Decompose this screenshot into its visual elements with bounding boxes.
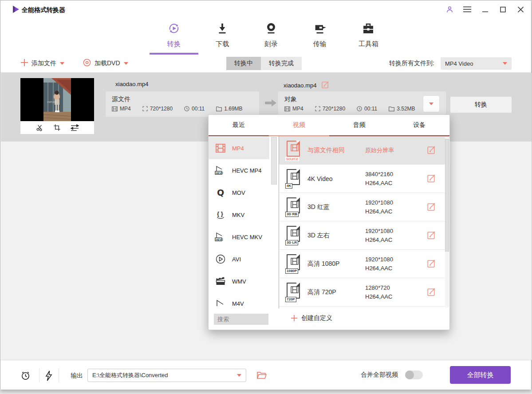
avi-play-circle-icon <box>214 254 227 264</box>
tab-download[interactable]: 下载 <box>198 22 247 48</box>
output-path-select[interactable]: E:\全能格式转换器\Converted <box>87 369 246 382</box>
720p-badge-icon: 720P <box>285 283 301 302</box>
preset-4k[interactable]: 4K 4K Video 3840*2160H264,AAC <box>279 165 450 193</box>
source-label: 源文件 <box>112 95 130 103</box>
format-item-mov[interactable]: Q MOV <box>209 181 269 204</box>
format-list-scrollbar[interactable] <box>269 137 279 308</box>
preset-codec: H264,AAC <box>365 180 392 186</box>
edit-preset-icon[interactable] <box>427 288 436 298</box>
preset-name: 高清 720P <box>307 288 365 296</box>
plus-icon <box>291 315 297 321</box>
scrollbar-thumb[interactable] <box>445 139 449 252</box>
preset-resolution: 1280*720 <box>365 284 390 291</box>
target-duration: 00:11 <box>364 106 377 112</box>
rename-edit-icon[interactable] <box>322 81 329 90</box>
search-input[interactable] <box>214 314 268 325</box>
target-format: MP4 <box>292 106 303 112</box>
content-area: VSPC9% xiaodao.mp4 源文件 <box>1 73 532 360</box>
preset-hd-720p[interactable]: 720P 高清 720P 1280*720H264,AAC <box>279 278 450 307</box>
preset-resolution: 1920*1080 <box>365 228 393 234</box>
add-file-button[interactable]: 添加文件 <box>21 55 64 72</box>
preset-3d-leftright[interactable]: 3D LR 3D 左右 1920*1080H264,AAC <box>279 221 450 250</box>
format-item-m4v[interactable]: M4V <box>209 292 269 308</box>
tab-transfer-label: 传输 <box>313 40 327 48</box>
format-item-avi[interactable]: AVI <box>209 248 269 270</box>
preset-resolution: 1920*1080 <box>365 256 393 263</box>
edit-preset-icon[interactable] <box>427 146 436 156</box>
preset-name: 高清 1080P <box>307 260 365 268</box>
popup-tab-video[interactable]: 视频 <box>269 115 329 136</box>
output-path-caret-icon <box>237 374 241 377</box>
account-icon[interactable] <box>445 5 454 14</box>
load-dvd-label: 加载DVD <box>95 59 120 67</box>
burn-disc-icon <box>264 22 278 37</box>
format-dropdown-button[interactable] <box>423 95 440 112</box>
format-item-mkv[interactable]: { } MKV <box>209 204 269 226</box>
format-label: AVI <box>232 256 241 263</box>
preset-list-scrollbar[interactable] <box>445 137 449 307</box>
popup-tab-audio[interactable]: 音频 <box>329 115 390 135</box>
download-icon <box>216 22 229 37</box>
target-size: 3.52MB <box>397 106 415 112</box>
open-folder-icon[interactable] <box>257 371 267 381</box>
format-item-hevc-mp4[interactable]: HEVC HEVC MP4 <box>209 159 269 181</box>
convert-file-button[interactable]: 转换 <box>450 96 512 113</box>
effects-sliders-icon[interactable] <box>71 124 79 131</box>
minimize-icon[interactable] <box>481 5 489 14</box>
preset-hd-1080p[interactable]: 1080P 高清 1080P 1920*1080H264,AAC <box>279 250 450 278</box>
format-label: HEVC MP4 <box>232 167 261 174</box>
format-item-mp4[interactable]: MP4 <box>209 137 269 159</box>
size-folder-icon <box>389 106 394 111</box>
format-item-wmv[interactable]: WMV <box>209 270 269 292</box>
edit-preset-icon[interactable] <box>427 259 436 269</box>
maximize-icon[interactable] <box>498 5 507 14</box>
convert-all-to-label: 转换所有文件到: <box>389 59 434 67</box>
preset-resolution: 1920*1080 <box>365 199 393 206</box>
create-custom-button[interactable]: 创建自定义 <box>291 314 332 322</box>
output-format-select[interactable]: MP4 Video <box>441 57 512 70</box>
preset-codec: H264,AAC <box>365 265 392 272</box>
high-speed-icon[interactable] <box>45 370 53 383</box>
preset-detail: 原始分辨率 <box>365 146 418 155</box>
target-label: 对象 <box>284 95 297 103</box>
tab-convert[interactable]: 转换 <box>150 22 198 48</box>
edit-preset-icon[interactable] <box>427 231 436 241</box>
scrollbar-thumb[interactable] <box>271 137 277 185</box>
1080p-badge-icon: 1080P <box>285 254 301 274</box>
menu-icon[interactable] <box>463 5 472 14</box>
preset-same-as-source[interactable]: source 与源文件相同 原始分辨率 <box>279 136 450 165</box>
resolution-icon <box>142 106 148 111</box>
tab-converting[interactable]: 转换中 <box>226 57 261 70</box>
merge-toggle[interactable] <box>405 370 423 379</box>
trim-scissors-icon[interactable] <box>36 124 43 131</box>
tab-converted[interactable]: 转换完成 <box>261 57 302 70</box>
preset-3d-redblue[interactable]: 3D RB 3D 红蓝 1920*1080H264,AAC <box>279 193 450 221</box>
tab-toolbox[interactable]: 工具箱 <box>344 22 393 48</box>
edit-preset-icon[interactable] <box>427 174 436 184</box>
output-path-value: E:\全能格式转换器\Converted <box>92 371 168 379</box>
preset-name: 与源文件相同 <box>307 146 365 154</box>
video-thumbnail[interactable]: VSPC9% <box>20 78 94 134</box>
source-badge-icon: source <box>285 141 301 160</box>
format-label: MP4 <box>232 145 244 152</box>
toolbar: 添加文件 加载DVD 转换中 转换完成 转换所有文件到: MP4 Video <box>0 55 531 73</box>
close-icon[interactable] <box>516 5 525 14</box>
format-label: HEVC MKV <box>232 234 262 240</box>
popup-tab-recent[interactable]: 最近 <box>209 115 269 135</box>
schedule-alarm-icon[interactable] <box>20 370 31 382</box>
popup-tab-device[interactable]: 设备 <box>389 115 449 135</box>
tab-burn[interactable]: 刻录 <box>247 22 296 48</box>
convert-all-button[interactable]: 全部转换 <box>450 366 511 384</box>
crop-icon[interactable] <box>53 124 61 131</box>
wmv-clapper-icon <box>214 277 227 286</box>
load-dvd-button[interactable]: 加载DVD <box>83 55 128 72</box>
badge-text: 720P <box>285 297 296 302</box>
divider <box>39 368 39 382</box>
badge-text: 1080P <box>285 268 298 274</box>
edit-preset-icon[interactable] <box>427 202 436 213</box>
3d-rb-badge-icon: 3D RB <box>285 197 301 217</box>
format-item-hevc-mkv[interactable]: HEVC HEVC MKV <box>209 226 269 248</box>
svg-text:VSPC9%: VSPC9% <box>47 101 56 103</box>
tab-transfer[interactable]: 传输 <box>296 22 344 48</box>
badge-text: source <box>285 157 299 161</box>
